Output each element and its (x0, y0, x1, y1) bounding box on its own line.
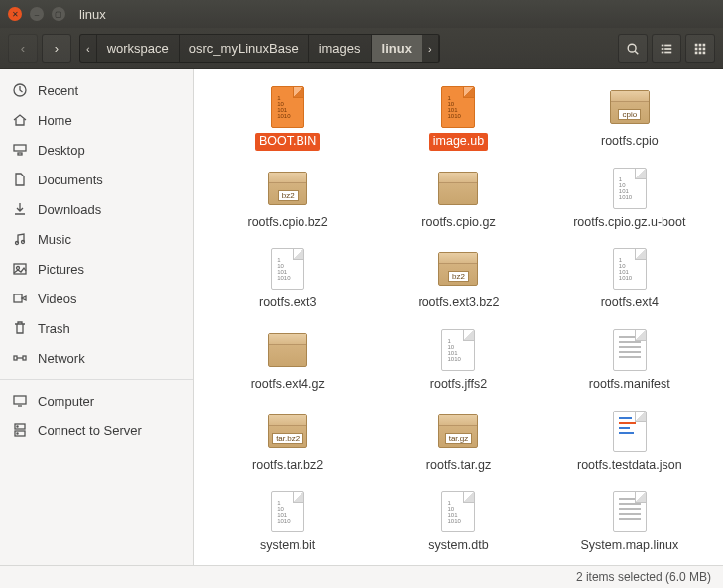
file-label: rootfs.manifest (585, 376, 674, 394)
file-label: rootfs.cpio.bz2 (244, 214, 332, 232)
computer-icon (12, 393, 28, 409)
sidebar-item-home[interactable]: Home (0, 105, 193, 135)
breadcrumb-seg-0[interactable]: workspace (97, 35, 180, 62)
svg-rect-5 (664, 48, 671, 50)
breadcrumb-seg-2[interactable]: images (309, 35, 372, 62)
svg-rect-18 (14, 145, 26, 151)
search-icon (626, 42, 640, 56)
sidebar-item-computer[interactable]: Computer (0, 386, 193, 415)
file-grid: 1 10 101 1010BOOT.BIN1 10 101 1010image.… (202, 81, 715, 557)
file-item[interactable]: 1 10 101 1010system.bit (208, 486, 367, 557)
file-label: rootfs.ext4.gz (247, 376, 329, 394)
file-item[interactable]: rootfs.manifest (550, 324, 709, 396)
file-label: rootfs.ext3.bz2 (414, 294, 503, 312)
sidebar: RecentHomeDesktopDocumentsDownloadsMusic… (0, 69, 194, 565)
file-item[interactable]: 1 10 101 1010rootfs.cpio.gz.u-boot (550, 163, 709, 234)
window-maximize-button[interactable]: ▢ (52, 7, 65, 21)
documents-icon (12, 172, 28, 187)
sidebar-item-music[interactable]: Music (0, 224, 193, 254)
music-icon (12, 231, 28, 247)
file-label: rootfs.ext3 (255, 294, 320, 312)
file-item[interactable]: tar.gzrootfs.tar.gz (379, 406, 538, 477)
list-view-icon (660, 42, 673, 56)
svg-rect-25 (14, 356, 17, 360)
file-text-icon (606, 326, 654, 374)
sidebar-item-trash[interactable]: Trash (0, 313, 193, 343)
file-json-icon (606, 408, 654, 455)
server-icon (12, 422, 28, 438)
sidebar-item-label: Pictures (38, 262, 84, 277)
svg-rect-2 (662, 44, 664, 46)
file-bintext-icon: 1 10 101 1010 (606, 165, 654, 212)
grid-view-icon (693, 42, 707, 56)
svg-rect-6 (662, 51, 664, 53)
file-item[interactable]: 1 10 101 1010rootfs.ext4 (550, 243, 709, 314)
svg-rect-7 (664, 51, 671, 53)
trash-icon (12, 320, 28, 336)
file-item[interactable]: bz2rootfs.cpio.bz2 (208, 163, 367, 234)
svg-rect-15 (699, 51, 702, 54)
svg-rect-8 (695, 43, 698, 46)
file-item[interactable]: rootfs.ext4.gz (208, 324, 367, 396)
file-item[interactable]: tar.bz2rootfs.tar.bz2 (208, 406, 367, 477)
file-item[interactable]: 1 10 101 1010BOOT.BIN (208, 81, 367, 153)
window-title: linux (79, 7, 106, 22)
main-area: RecentHomeDesktopDocumentsDownloadsMusic… (0, 69, 723, 565)
svg-point-0 (628, 44, 636, 52)
file-item[interactable]: 1 10 101 1010system.dtb (379, 486, 538, 557)
file-label: System.map.linux (576, 537, 682, 555)
breadcrumb-seg-3[interactable]: linux (372, 35, 422, 62)
sidebar-item-label: Documents (38, 173, 103, 187)
file-label: rootfs.tar.gz (422, 457, 495, 475)
view-list-button[interactable] (652, 34, 681, 63)
nav-forward-button[interactable]: › (42, 34, 71, 63)
view-grid-button[interactable] (685, 34, 715, 63)
file-package-icon: bz2 (434, 245, 482, 293)
sidebar-item-label: Computer (38, 394, 94, 409)
file-package-icon (264, 326, 311, 374)
breadcrumb-seg-1[interactable]: osrc_myLinuxBase (180, 35, 309, 62)
sidebar-item-videos[interactable]: Videos (0, 284, 193, 313)
chevron-right-icon: › (55, 41, 59, 56)
file-label: rootfs.ext4 (597, 294, 663, 312)
status-text: 2 items selected (6.0 MB) (576, 570, 711, 584)
file-item[interactable]: rootfs.cpio.gz (379, 163, 538, 234)
sidebar-item-desktop[interactable]: Desktop (0, 135, 193, 165)
file-item[interactable]: rootfs.testdata.json (550, 406, 709, 477)
file-label: rootfs.cpio.gz (418, 214, 499, 232)
sidebar-item-label: Downloads (38, 202, 101, 217)
file-item[interactable]: cpiorootfs.cpio (550, 81, 709, 153)
breadcrumb-scroll-left[interactable]: ‹ (80, 35, 97, 62)
file-label: BOOT.BIN (255, 133, 320, 151)
titlebar: ✕ – ▢ linux (0, 0, 723, 28)
file-item[interactable]: 1 10 101 1010rootfs.jffs2 (379, 324, 538, 396)
file-package-icon (434, 165, 482, 212)
sidebar-item-network[interactable]: Network (0, 343, 193, 373)
window-close-button[interactable]: ✕ (8, 7, 22, 21)
file-item[interactable]: bz2rootfs.ext3.bz2 (379, 243, 538, 314)
breadcrumb-scroll-right[interactable]: › (422, 35, 439, 62)
file-package-icon: bz2 (264, 165, 311, 212)
file-package-icon: tar.bz2 (264, 408, 311, 455)
file-bintext-icon: 1 10 101 1010 (264, 245, 311, 293)
search-button[interactable] (618, 34, 648, 63)
file-label: rootfs.cpio.gz.u-boot (569, 214, 689, 232)
svg-point-30 (17, 426, 18, 427)
home-icon (12, 112, 28, 128)
file-pane[interactable]: 1 10 101 1010BOOT.BIN1 10 101 1010image.… (194, 69, 723, 565)
sidebar-item-documents[interactable]: Documents (0, 165, 193, 194)
sidebar-item-label: Desktop (38, 143, 85, 158)
file-package-icon: tar.gz (434, 408, 482, 455)
window-minimize-button[interactable]: – (30, 7, 44, 21)
sidebar-item-downloads[interactable]: Downloads (0, 194, 193, 224)
sidebar-item-recent[interactable]: Recent (0, 75, 193, 105)
sidebar-item-label: Network (38, 351, 85, 366)
sidebar-item-pictures[interactable]: Pictures (0, 254, 193, 284)
file-item[interactable]: 1 10 101 1010image.ub (379, 81, 538, 153)
nav-back-button[interactable]: ‹ (8, 34, 38, 63)
file-item[interactable]: System.map.linux (550, 486, 709, 557)
file-binary-icon: 1 10 101 1010 (434, 83, 482, 131)
svg-rect-11 (695, 47, 698, 50)
sidebar-item-connect-to-server[interactable]: Connect to Server (0, 415, 193, 445)
file-item[interactable]: 1 10 101 1010rootfs.ext3 (208, 243, 367, 314)
